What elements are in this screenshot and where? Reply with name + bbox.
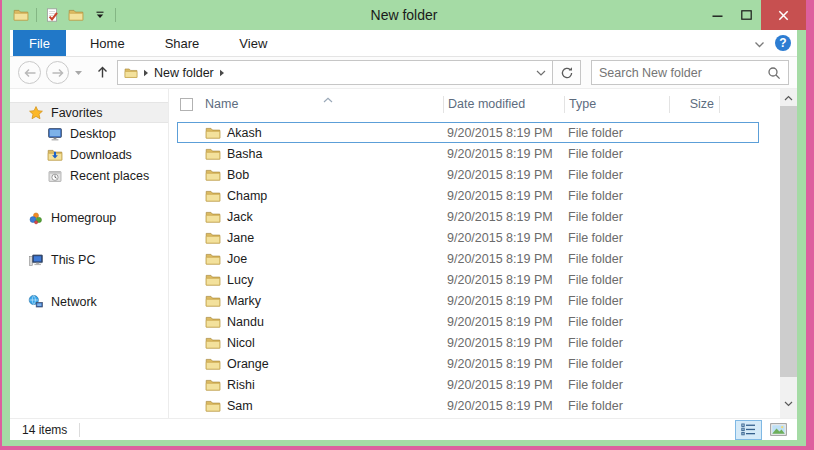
file-name[interactable]: Bob bbox=[227, 168, 249, 182]
sidebar-item-network[interactable]: Network bbox=[10, 291, 168, 312]
file-type: File folder bbox=[568, 399, 672, 413]
file-row-rishi[interactable]: Rishi 9/20/2015 8:19 PM File folder bbox=[177, 374, 759, 395]
address-bar[interactable]: New folder bbox=[117, 60, 553, 85]
file-name[interactable]: Nicol bbox=[227, 336, 255, 350]
file-row-marky[interactable]: Marky 9/20/2015 8:19 PM File folder bbox=[177, 290, 759, 311]
star-icon bbox=[28, 105, 44, 121]
items-count: 14 items bbox=[22, 423, 67, 437]
tab-home[interactable]: Home bbox=[74, 30, 141, 56]
folder-icon bbox=[205, 167, 221, 183]
file-type: File folder bbox=[568, 357, 672, 371]
file-name[interactable]: Nandu bbox=[227, 315, 264, 329]
search-input[interactable] bbox=[599, 66, 767, 80]
file-row-nandu[interactable]: Nandu 9/20/2015 8:19 PM File folder bbox=[177, 311, 759, 332]
column-header-date-modified[interactable]: Date modified bbox=[444, 91, 564, 117]
sidebar-item-desktop[interactable]: Desktop bbox=[10, 123, 168, 144]
refresh-icon[interactable] bbox=[553, 60, 581, 85]
scroll-down-icon[interactable] bbox=[780, 395, 797, 412]
sidebar-item-this-pc[interactable]: This PC bbox=[10, 249, 168, 270]
file-row-joe[interactable]: Joe 9/20/2015 8:19 PM File folder bbox=[177, 248, 759, 269]
thispc-icon bbox=[28, 252, 44, 268]
file-name[interactable]: Jack bbox=[227, 210, 253, 224]
file-name[interactable]: Champ bbox=[227, 189, 267, 203]
file-date-modified: 9/20/2015 8:19 PM bbox=[447, 315, 568, 329]
file-row-champ[interactable]: Champ 9/20/2015 8:19 PM File folder bbox=[177, 185, 759, 206]
tab-share[interactable]: Share bbox=[149, 30, 216, 56]
folder-icon bbox=[205, 335, 221, 351]
vertical-scrollbar[interactable] bbox=[780, 89, 797, 418]
file-list: Akash 9/20/2015 8:19 PM File folder Bash… bbox=[169, 122, 780, 416]
file-type: File folder bbox=[568, 336, 672, 350]
minimize-button[interactable] bbox=[703, 0, 732, 30]
file-name[interactable]: Sam bbox=[227, 399, 253, 413]
tab-file[interactable]: File bbox=[13, 30, 66, 56]
recent-locations-icon[interactable] bbox=[74, 70, 83, 76]
tab-view[interactable]: View bbox=[223, 30, 283, 56]
sidebar-item-label: Recent places bbox=[70, 169, 149, 183]
window-controls bbox=[703, 0, 806, 30]
file-name[interactable]: Akash bbox=[227, 126, 262, 140]
column-header-size[interactable]: Size bbox=[670, 91, 719, 117]
file-type: File folder bbox=[568, 126, 672, 140]
explorer-icon[interactable] bbox=[12, 5, 30, 25]
ribbon-tabs: File Home Share View ? bbox=[10, 30, 797, 57]
breadcrumb-chevron-icon[interactable] bbox=[219, 69, 225, 77]
back-icon[interactable] bbox=[18, 61, 41, 84]
search-icon[interactable] bbox=[767, 66, 781, 80]
file-date-modified: 9/20/2015 8:19 PM bbox=[447, 294, 568, 308]
file-row-nicol[interactable]: Nicol 9/20/2015 8:19 PM File folder bbox=[177, 332, 759, 353]
header-separator[interactable] bbox=[719, 96, 720, 113]
sidebar-item-favorites[interactable]: Favorites bbox=[10, 102, 168, 123]
column-header-type[interactable]: Type bbox=[565, 91, 669, 117]
folder-icon bbox=[205, 398, 221, 414]
folder-icon bbox=[205, 314, 221, 330]
file-date-modified: 9/20/2015 8:19 PM bbox=[447, 126, 568, 140]
folder-icon bbox=[205, 356, 221, 372]
forward-icon[interactable] bbox=[46, 61, 69, 84]
file-row-jane[interactable]: Jane 9/20/2015 8:19 PM File folder bbox=[177, 227, 759, 248]
select-all-checkbox[interactable] bbox=[180, 98, 193, 111]
customize-quick-access-icon[interactable] bbox=[91, 5, 109, 25]
file-row-orange[interactable]: Orange 9/20/2015 8:19 PM File folder bbox=[177, 353, 759, 374]
file-row-akash[interactable]: Akash 9/20/2015 8:19 PM File folder bbox=[177, 122, 759, 143]
details-view-button[interactable] bbox=[735, 420, 762, 440]
breadcrumb[interactable]: New folder bbox=[154, 66, 214, 80]
file-row-bob[interactable]: Bob 9/20/2015 8:19 PM File folder bbox=[177, 164, 759, 185]
file-name[interactable]: Rishi bbox=[227, 378, 255, 392]
up-icon[interactable] bbox=[91, 62, 113, 84]
file-name[interactable]: Jane bbox=[227, 231, 254, 245]
sidebar-item-downloads[interactable]: Downloads bbox=[10, 144, 168, 165]
file-row-basha[interactable]: Basha 9/20/2015 8:19 PM File folder bbox=[177, 143, 759, 164]
properties-icon[interactable] bbox=[43, 5, 61, 25]
quick-access-toolbar bbox=[12, 5, 116, 25]
file-date-modified: 9/20/2015 8:19 PM bbox=[447, 357, 568, 371]
scroll-up-icon[interactable] bbox=[780, 89, 797, 106]
file-name[interactable]: Basha bbox=[227, 147, 262, 161]
file-list-pane: Name Date modified Type Size bbox=[169, 89, 780, 418]
file-name[interactable]: Lucy bbox=[227, 273, 253, 287]
folder-icon bbox=[205, 188, 221, 204]
breadcrumb-chevron-icon[interactable] bbox=[143, 69, 149, 77]
scrollbar-thumb[interactable] bbox=[780, 106, 797, 377]
file-name[interactable]: Marky bbox=[227, 294, 261, 308]
sidebar-item-recent-places[interactable]: Recent places bbox=[10, 165, 168, 186]
file-name[interactable]: Joe bbox=[227, 252, 247, 266]
file-row-sam[interactable]: Sam 9/20/2015 8:19 PM File folder bbox=[177, 395, 759, 416]
close-button[interactable] bbox=[761, 0, 806, 30]
file-name[interactable]: Orange bbox=[227, 357, 269, 371]
new-folder-icon[interactable] bbox=[67, 5, 85, 25]
sidebar-item-homegroup[interactable]: Homegroup bbox=[10, 207, 168, 228]
maximize-button[interactable] bbox=[732, 0, 761, 30]
file-type: File folder bbox=[568, 294, 672, 308]
minimize-ribbon-icon[interactable] bbox=[754, 34, 765, 52]
file-row-lucy[interactable]: Lucy 9/20/2015 8:19 PM File folder bbox=[177, 269, 759, 290]
thumbnail-view-button[interactable] bbox=[765, 420, 792, 440]
file-row-jack[interactable]: Jack 9/20/2015 8:19 PM File folder bbox=[177, 206, 759, 227]
recent-icon bbox=[47, 168, 63, 184]
status-bar: 14 items bbox=[10, 418, 797, 440]
help-icon[interactable]: ? bbox=[775, 35, 791, 51]
file-type: File folder bbox=[568, 315, 672, 329]
address-dropdown-icon[interactable] bbox=[536, 70, 546, 76]
toolbar-separator bbox=[115, 8, 116, 22]
column-header-name[interactable]: Name bbox=[194, 91, 443, 117]
